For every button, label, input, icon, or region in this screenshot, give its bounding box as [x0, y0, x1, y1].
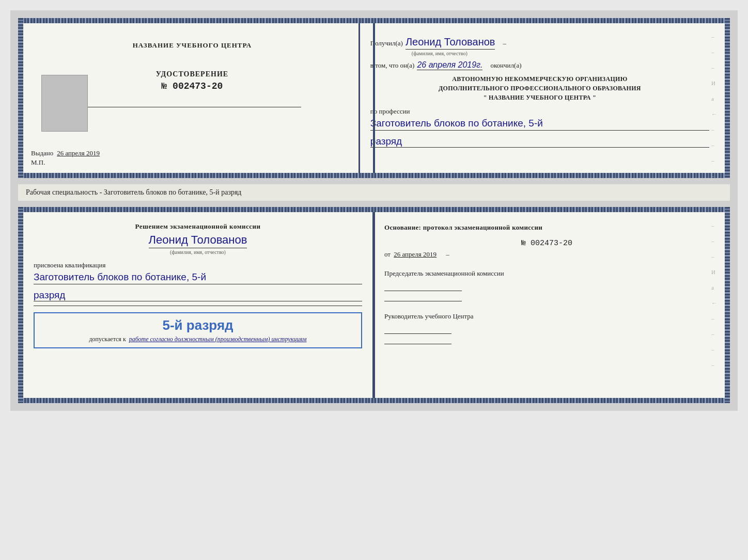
fio-label-1: (фамилия, имя, отчество): [412, 51, 709, 56]
chairman-name-line: [384, 294, 462, 301]
border-right-1: [725, 18, 730, 178]
from-date: 26 апреля 2019: [394, 250, 437, 258]
cert-number: № 002473-20: [162, 81, 223, 91]
head-title: Руководитель учебного Центра: [384, 312, 709, 321]
recipient-name: Леонид Толованов: [406, 36, 495, 50]
rank-1: разряд: [370, 136, 709, 148]
border-bottom-2: [18, 398, 730, 403]
basis-text: Основание: протокол экзаменационной коми…: [384, 222, 709, 233]
right-edge-marks-2: – – – И а ← – – – –: [711, 222, 717, 368]
chairman-title: Председатель экзаменационной комиссии: [384, 269, 709, 278]
mp-label: М.П.: [31, 158, 45, 167]
doc1-right-panel: – – – И а ← – – – – Получил(а) Леонид То…: [360, 23, 725, 173]
issued-prefix: Выдано: [31, 149, 53, 157]
issued-section: Выдано 26 апреля 2019: [31, 148, 100, 157]
document-2: Решением экзаменационной комиссии Леонид…: [18, 207, 730, 403]
org-name: " НАЗВАНИЕ УЧЕБНОГО ЦЕНТРА ": [370, 93, 709, 102]
border-left-1: [18, 18, 23, 178]
border-top-1: [18, 18, 730, 23]
border-left-2: [18, 207, 23, 403]
separator-line-1: [83, 107, 302, 107]
decision-text: Решением экзаменационной комиссии: [34, 222, 362, 231]
doc2-right-panel: – – – И а ← – – – – Основание: протокол …: [374, 212, 725, 398]
bottom-left-area: Выдано 26 апреля 2019: [31, 148, 100, 157]
divider-2: [373, 212, 375, 398]
border-right-2: [725, 207, 730, 403]
person-name-container: Леонид Толованов: [34, 233, 362, 248]
confirm-prefix: в том, что он(а): [370, 61, 415, 70]
school-name-title: НАЗВАНИЕ УЧЕБНОГО ЦЕНТРА: [133, 41, 252, 50]
doc2-left-panel: Решением экзаменационной комиссии Леонид…: [23, 212, 374, 398]
issued-date: 26 апреля 2019: [57, 149, 100, 157]
from-prefix: от: [384, 250, 391, 258]
person-name: Леонид Толованов: [149, 233, 247, 248]
dash-1: –: [503, 39, 506, 47]
photo-placeholder: [41, 75, 88, 132]
confirm-date: 26 апреля 2019г.: [417, 60, 482, 70]
fio-label-2: (фамилия, имя, отчество): [34, 249, 362, 255]
confirm-suffix: окончил(а): [490, 61, 521, 70]
stamp-rank: 5-й разряд: [41, 317, 355, 333]
dash-2: –: [446, 250, 449, 258]
divider-1: [373, 23, 375, 173]
protocol-number: № 002473-20: [384, 239, 709, 248]
rank-2: разряд: [34, 290, 362, 301]
org-line2: ДОПОЛНИТЕЛЬНОГО ПРОФЕССИОНАЛЬНОГО ОБРАЗО…: [370, 84, 709, 93]
received-section: Получил(а) Леонид Толованов –: [370, 36, 709, 50]
assigned-text: присвоена квалификация: [34, 261, 362, 269]
page-container: НАЗВАНИЕ УЧЕБНОГО ЦЕНТРА УДОСТОВЕРЕНИЕ №…: [10, 10, 738, 411]
head-name-line: [384, 337, 451, 344]
head-signature-line: [384, 324, 451, 334]
doc1-left-panel: НАЗВАНИЕ УЧЕБНОГО ЦЕНТРА УДОСТОВЕРЕНИЕ №…: [23, 23, 360, 173]
right-edge-marks: – – – И а ← – – – –: [711, 34, 717, 179]
profession-prefix: по профессии: [370, 107, 410, 115]
separator-2: [34, 306, 362, 306]
stamp-italic: работе согласно должностным (производств…: [129, 335, 307, 343]
profession-name: Заготовитель блоков по ботанике, 5-й: [370, 117, 709, 131]
middle-label: Рабочая специальность - Заготовитель бло…: [18, 184, 730, 201]
org-line1: АВТОНОМНУЮ НЕКОММЕРЧЕСКУЮ ОРГАНИЗАЦИЮ: [370, 74, 709, 84]
confirm-section: в том, что он(а) 26 апреля 2019г. окончи…: [370, 60, 709, 70]
border-bottom-1: [18, 173, 730, 178]
org-block: АВТОНОМНУЮ НЕКОММЕРЧЕСКУЮ ОРГАНИЗАЦИЮ ДО…: [370, 74, 709, 102]
received-prefix: Получил(а): [370, 39, 403, 47]
cert-label: УДОСТОВЕРЕНИЕ: [156, 70, 228, 78]
chairman-signature-line: [384, 281, 462, 291]
stamp-prefix: допускается к работе согласно должностны…: [41, 335, 355, 343]
document-1: НАЗВАНИЕ УЧЕБНОГО ЦЕНТРА УДОСТОВЕРЕНИЕ №…: [18, 18, 730, 178]
border-top-2: [18, 207, 730, 212]
profession-section: по профессии Заготовитель блоков по бота…: [370, 106, 709, 148]
stamp-box: 5-й разряд допускается к работе согласно…: [34, 312, 362, 348]
from-date-section: от 26 апреля 2019 –: [384, 250, 709, 259]
qualification-name: Заготовитель блоков по ботанике, 5-й: [34, 271, 362, 284]
